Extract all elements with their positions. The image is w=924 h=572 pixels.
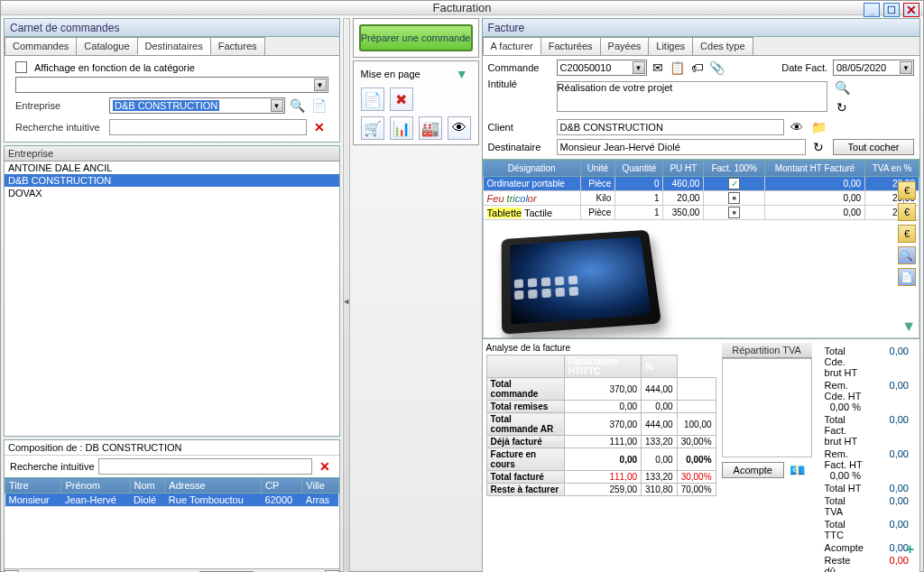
composition-grid[interactable]: TitrePrénomNomAdresseCPVille MonsieurJea… bbox=[5, 477, 339, 507]
tab-commandes[interactable]: Commandes bbox=[5, 37, 77, 55]
add-icon[interactable]: + bbox=[906, 541, 914, 558]
col-header[interactable]: TVA en % bbox=[865, 161, 919, 177]
tout-cocher-button[interactable]: Tout cocher bbox=[833, 139, 914, 155]
new-doc-icon[interactable]: 📄 bbox=[310, 97, 328, 115]
col-ville[interactable]: Ville bbox=[302, 478, 338, 494]
tab-destinataires[interactable]: Destinataires bbox=[137, 37, 211, 55]
refresh-icon[interactable]: ↻ bbox=[833, 98, 851, 116]
col-cp[interactable]: CP bbox=[262, 478, 302, 494]
entreprise-value: D&B CONSTRUCTION bbox=[113, 100, 219, 111]
table-row[interactable]: MonsieurJean-HervéDioléRue Tombouctou620… bbox=[5, 494, 339, 507]
tab-facturées[interactable]: Facturées bbox=[541, 37, 601, 55]
left-tabs: CommandesCatalogueDestinatairesFactures bbox=[5, 37, 339, 56]
acompte-icon[interactable]: 💶 bbox=[788, 461, 806, 479]
currency-icon[interactable]: € bbox=[898, 225, 916, 243]
intitule-label: Intitulé bbox=[488, 78, 551, 89]
chevron-down-icon: ▼ bbox=[633, 61, 645, 74]
analyse-title: Analyse de la facture bbox=[486, 343, 716, 353]
chevron-down-icon[interactable]: ▼ bbox=[453, 65, 471, 83]
facture-panel-title: Facture bbox=[483, 19, 919, 37]
fact100-checkbox[interactable] bbox=[728, 178, 740, 189]
product-image bbox=[494, 225, 657, 333]
table-row[interactable]: Ordinateur portablePièce0460,000,0020,00 bbox=[483, 177, 919, 191]
col-header[interactable]: PU HT bbox=[663, 161, 704, 177]
list-item[interactable]: ANTOINE DALE ANCIL bbox=[5, 161, 339, 174]
preview-icon[interactable]: 👁 bbox=[448, 116, 471, 140]
acompte-button[interactable]: Acompte bbox=[722, 462, 784, 478]
fact100-checkbox[interactable] bbox=[728, 207, 740, 218]
col-header[interactable]: Quantité bbox=[615, 161, 663, 177]
delete-page-icon[interactable]: ✖ bbox=[390, 88, 413, 111]
mail-icon[interactable]: ✉ bbox=[649, 59, 667, 77]
factory-icon[interactable]: 🏭 bbox=[419, 116, 442, 140]
cart-icon[interactable]: 🛒 bbox=[361, 116, 384, 140]
clear-search-icon[interactable]: ✕ bbox=[310, 118, 328, 136]
close-button[interactable]: ✕ bbox=[903, 3, 919, 17]
attach-icon[interactable]: 📎 bbox=[708, 59, 726, 77]
table-row[interactable]: Feu tricolorKilo120,000,0020,00 bbox=[483, 191, 919, 206]
date-fact-combo[interactable]: 08/05/2020▼ bbox=[833, 60, 914, 76]
col-header[interactable]: Désignation bbox=[483, 161, 580, 177]
facture-tabs: A facturerFacturéesPayéesLitigesCdes typ… bbox=[483, 37, 919, 56]
eye-icon[interactable]: 👁 bbox=[788, 118, 806, 136]
binoculars-icon[interactable]: 🔍 bbox=[898, 246, 916, 264]
app-window: Facturation _ ☐ ✕ Carnet de commandes Co… bbox=[0, 0, 924, 572]
acompte-total-value: 0,00 bbox=[864, 542, 909, 553]
table-row[interactable]: Tablette TactilePièce1350,000,0020,00 bbox=[483, 206, 919, 220]
col-header[interactable]: Fact. 100% bbox=[704, 161, 765, 177]
tag-icon[interactable]: 🏷 bbox=[688, 59, 707, 77]
composition-recherche-label: Recherche intuitive bbox=[10, 461, 95, 472]
composition-hscrollbar[interactable]: ◄ ► bbox=[5, 568, 339, 572]
invoice-lines-grid[interactable]: DésignationUnitéQuantitéPU HTFact. 100%M… bbox=[483, 160, 919, 338]
prepare-order-button[interactable]: Préparer une commande bbox=[359, 24, 473, 51]
acompte-total-label: Acompte bbox=[825, 542, 864, 553]
entreprise-combo[interactable]: D&B CONSTRUCTION ▼ bbox=[109, 97, 285, 114]
col-header[interactable]: Montant HT Facturé bbox=[765, 161, 865, 177]
entreprise-list[interactable]: ANTOINE DALE ANCILD&B CONSTRUCTIONDOVAX bbox=[5, 161, 339, 436]
category-filter-label: Affichage en fonction de la catégorie bbox=[34, 62, 195, 73]
commande-combo[interactable]: C20050010▼ bbox=[557, 60, 647, 76]
col-adresse[interactable]: Adresse bbox=[165, 478, 262, 494]
copy-icon[interactable]: 📋 bbox=[669, 59, 687, 77]
list-item[interactable]: DOVAX bbox=[5, 187, 339, 199]
col-header[interactable]: Unité bbox=[580, 161, 615, 177]
minimize-button[interactable]: _ bbox=[864, 3, 880, 17]
list-item[interactable]: D&B CONSTRUCTION bbox=[5, 174, 339, 187]
binoculars-icon[interactable]: 🔍 bbox=[833, 78, 851, 97]
currency-icon[interactable]: € bbox=[898, 203, 916, 221]
recherche-input[interactable] bbox=[109, 119, 307, 135]
refresh-icon[interactable]: ↻ bbox=[809, 138, 827, 156]
date-fact-label: Date Fact. bbox=[781, 62, 827, 73]
col-nom[interactable]: Nom bbox=[130, 478, 165, 494]
fact100-checkbox[interactable] bbox=[728, 192, 740, 204]
tab-litiges[interactable]: Litiges bbox=[648, 37, 693, 55]
currency-icon[interactable]: € bbox=[898, 181, 916, 199]
repartition-tva-header: Répartition TVA bbox=[722, 343, 812, 358]
tab-catalogue[interactable]: Catalogue bbox=[76, 37, 137, 55]
vertical-splitter[interactable]: ◄ bbox=[343, 18, 350, 572]
category-filter-checkbox[interactable] bbox=[15, 61, 27, 73]
client-label: Client bbox=[488, 122, 551, 133]
binoculars-icon[interactable]: 🔍 bbox=[289, 97, 307, 115]
page-layout-icon[interactable]: 📄 bbox=[361, 88, 384, 111]
destinataire-label: Destinataire bbox=[488, 142, 551, 152]
maximize-button[interactable]: ☐ bbox=[883, 3, 900, 17]
category-combo[interactable]: ▼ bbox=[15, 77, 328, 93]
folder-icon[interactable]: 📁 bbox=[809, 118, 827, 136]
entreprise-list-header: Entreprise bbox=[5, 146, 339, 161]
intitule-textarea[interactable] bbox=[557, 81, 827, 112]
tab-cdes-type[interactable]: Cdes type bbox=[692, 37, 753, 55]
tab-factures[interactable]: Factures bbox=[210, 37, 265, 55]
chevron-down-icon: ▼ bbox=[314, 78, 327, 91]
doc-icon[interactable]: 📄 bbox=[898, 268, 916, 286]
clear-composition-search-icon[interactable]: ✕ bbox=[316, 457, 334, 475]
col-prénom[interactable]: Prénom bbox=[61, 478, 130, 494]
col-titre[interactable]: Titre bbox=[5, 478, 61, 494]
destinataire-input[interactable] bbox=[557, 139, 806, 155]
composition-recherche-input[interactable] bbox=[98, 458, 312, 475]
expand-down-icon[interactable]: ▼ bbox=[901, 318, 916, 335]
client-input[interactable] bbox=[557, 119, 784, 135]
chart-icon[interactable]: 📊 bbox=[390, 116, 413, 140]
tab-a-facturer[interactable]: A facturer bbox=[483, 37, 541, 55]
tab-payées[interactable]: Payées bbox=[600, 37, 650, 55]
